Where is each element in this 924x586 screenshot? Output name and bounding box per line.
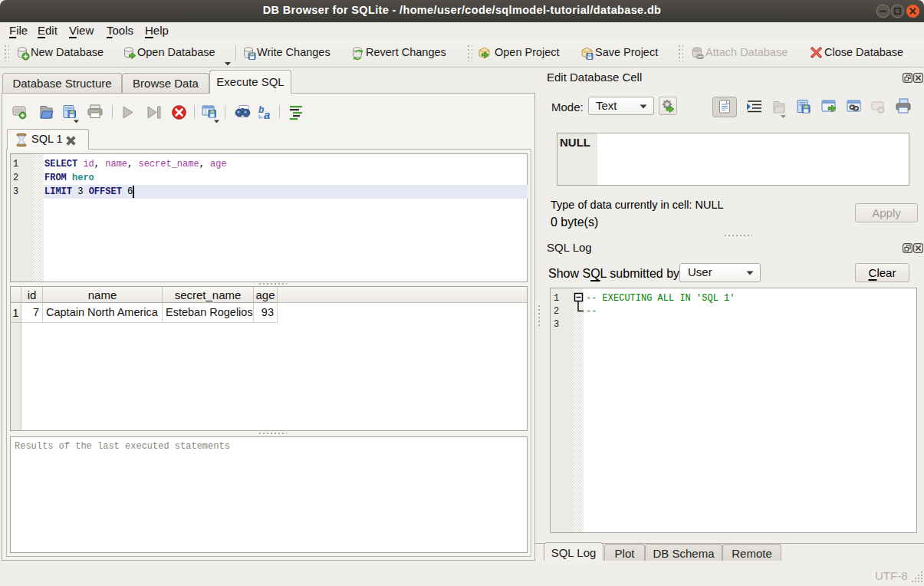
svg-text:a: a bbox=[264, 108, 270, 121]
